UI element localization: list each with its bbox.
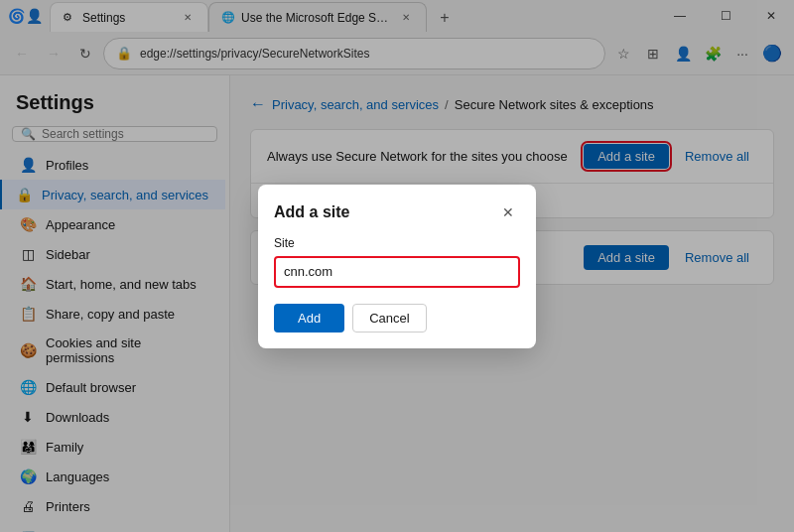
dialog-site-label: Site bbox=[274, 236, 520, 250]
dialog-actions: Add Cancel bbox=[274, 304, 520, 332]
dialog-body: Site Add Cancel bbox=[258, 232, 536, 348]
add-site-dialog: Add a site ✕ Site Add Cancel bbox=[258, 185, 536, 348]
dialog-overlay: Add a site ✕ Site Add Cancel bbox=[0, 0, 794, 532]
dialog-close-button[interactable]: ✕ bbox=[496, 200, 520, 224]
dialog-cancel-button[interactable]: Cancel bbox=[352, 304, 426, 332]
dialog-site-input[interactable] bbox=[274, 256, 520, 288]
dialog-header: Add a site ✕ bbox=[258, 185, 536, 232]
dialog-add-button[interactable]: Add bbox=[274, 304, 344, 332]
dialog-title: Add a site bbox=[274, 203, 349, 221]
